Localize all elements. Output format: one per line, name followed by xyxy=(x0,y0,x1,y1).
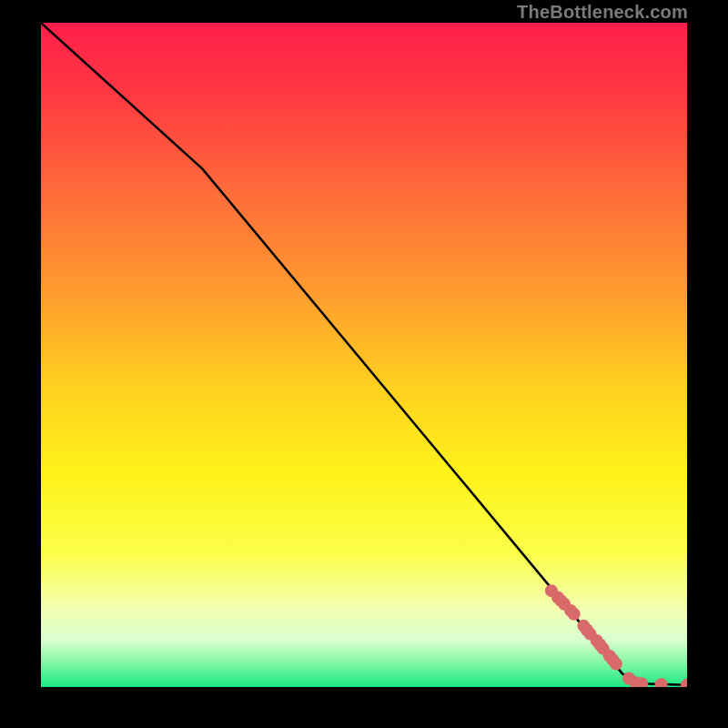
scatter-point xyxy=(610,657,622,670)
gradient-background xyxy=(41,23,687,687)
scatter-point xyxy=(568,608,581,621)
chart-frame: TheBottleneck.com xyxy=(0,0,728,728)
plot-area xyxy=(41,23,687,687)
watermark-text: TheBottleneck.com xyxy=(517,2,688,23)
chart-svg xyxy=(41,23,687,687)
